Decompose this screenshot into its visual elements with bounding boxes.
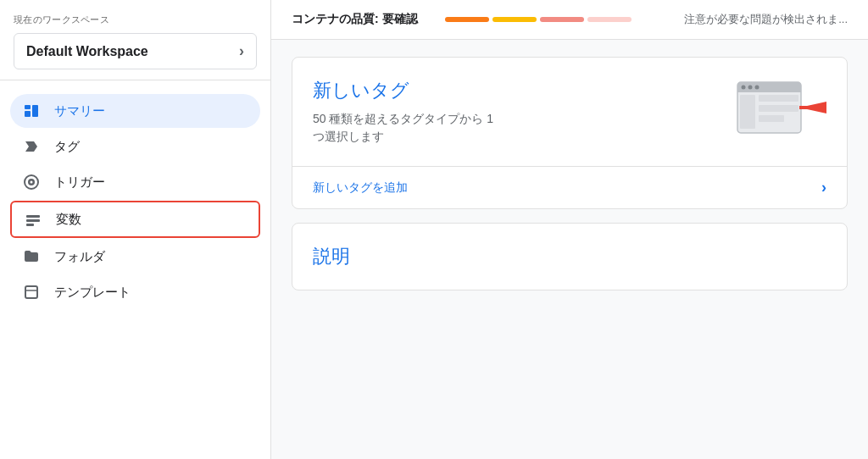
- summary-icon: [22, 102, 41, 119]
- svg-point-14: [748, 86, 753, 90]
- workspace-name: Default Workspace: [26, 44, 148, 59]
- folders-icon: [22, 248, 41, 265]
- svg-rect-21: [799, 106, 818, 109]
- svg-rect-7: [26, 219, 40, 222]
- workspace-section: 現在のワークスペース Default Workspace ›: [0, 0, 270, 80]
- sidebar-nav: サマリー タグ: [0, 80, 270, 323]
- sidebar-item-label-templates: テンプレート: [54, 285, 131, 301]
- sidebar-item-tags[interactable]: タグ: [10, 130, 260, 163]
- quality-status: 要確認: [382, 12, 418, 25]
- main-layout: 現在のワークスペース Default Workspace › サマリー: [0, 0, 868, 459]
- svg-point-13: [742, 86, 746, 90]
- new-tag-card: 新しいタグ 50 種類を超えるタグタイプから 1つ選択します: [292, 57, 848, 209]
- sidebar-item-triggers[interactable]: トリガー: [10, 165, 260, 199]
- svg-rect-9: [25, 286, 37, 298]
- svg-rect-0: [25, 105, 31, 109]
- quality-bar-3: [540, 17, 584, 22]
- add-tag-link: 新しいタグを追加: [313, 180, 408, 196]
- workspace-label: 現在のワークスペース: [14, 14, 257, 26]
- workspace-selector[interactable]: Default Workspace ›: [14, 33, 257, 69]
- sidebar-item-label-summary: サマリー: [54, 103, 105, 119]
- svg-rect-19: [759, 115, 784, 122]
- svg-rect-18: [759, 105, 798, 112]
- content-area: コンテナの品質: 要確認 注意が必要な問題が検出されま... 新しいタグ 50 …: [271, 0, 868, 459]
- svg-rect-6: [26, 215, 40, 218]
- new-tag-card-content: 新しいタグ 50 種類を超えるタグタイプから 1つ選択します: [292, 58, 847, 166]
- sidebar: 現在のワークスペース Default Workspace › サマリー: [0, 0, 271, 459]
- sidebar-item-label-folders: フォルダ: [54, 249, 105, 265]
- variables-icon: [24, 211, 42, 228]
- add-tag-chevron: ›: [821, 179, 826, 196]
- svg-rect-2: [32, 105, 38, 117]
- quality-bar-4: [587, 17, 632, 22]
- sidebar-item-label-triggers: トリガー: [54, 174, 105, 191]
- new-tag-text: 新しいタグ 50 種類を超えるタグタイプから 1つ選択します: [313, 78, 720, 146]
- templates-icon: [22, 284, 41, 301]
- svg-rect-17: [759, 95, 798, 102]
- quality-bar-2: [492, 17, 537, 22]
- svg-rect-8: [26, 224, 34, 226]
- new-tag-illustration: [733, 78, 826, 146]
- svg-point-5: [31, 181, 33, 184]
- workspace-chevron-icon: ›: [239, 42, 244, 60]
- quality-bars: [445, 17, 632, 22]
- quality-warning: 注意が必要な問題が検出されま...: [684, 12, 848, 27]
- sidebar-item-templates[interactable]: テンプレート: [10, 275, 260, 309]
- description-title: 説明: [313, 244, 826, 269]
- sidebar-item-label-tags: タグ: [54, 139, 80, 155]
- sidebar-item-folders[interactable]: フォルダ: [10, 240, 260, 274]
- quality-bar-1: [445, 17, 489, 22]
- svg-rect-12: [737, 88, 801, 92]
- tags-icon: [22, 138, 41, 155]
- svg-rect-1: [25, 111, 31, 117]
- triggers-icon: [22, 174, 41, 191]
- sidebar-item-summary[interactable]: サマリー: [10, 94, 260, 128]
- description-card: 説明: [292, 223, 848, 290]
- svg-rect-16: [740, 95, 755, 129]
- svg-point-15: [755, 86, 760, 90]
- new-tag-description: 50 種類を超えるタグタイプから 1つ選択します: [313, 110, 720, 146]
- add-tag-row[interactable]: 新しいタグを追加 ›: [292, 166, 847, 208]
- sidebar-item-variables[interactable]: 変数: [10, 201, 260, 238]
- sidebar-item-label-variables: 変数: [56, 212, 81, 228]
- new-tag-title: 新しいタグ: [313, 78, 720, 103]
- quality-label: コンテナの品質: 要確認: [292, 12, 418, 27]
- cards-area: 新しいタグ 50 種類を超えるタグタイプから 1つ選択します: [271, 40, 868, 307]
- quality-banner: コンテナの品質: 要確認 注意が必要な問題が検出されま...: [271, 0, 868, 40]
